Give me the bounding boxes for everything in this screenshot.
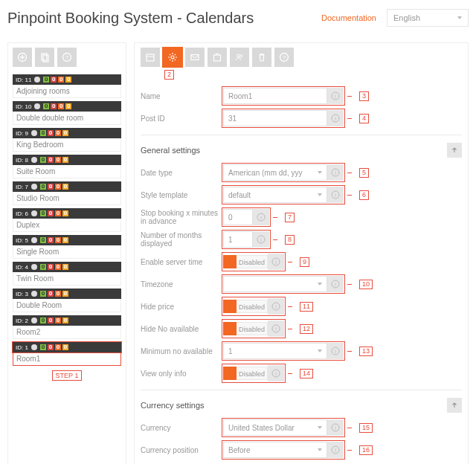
annotation-6: 6: [359, 190, 369, 200]
svg-text:i: i: [335, 170, 336, 175]
svg-rect-1: [42, 54, 47, 60]
copy-calendar-button[interactable]: [35, 48, 54, 67]
info-icon[interactable]: i: [327, 442, 344, 458]
svg-rect-7: [191, 55, 199, 60]
annotation-14: 14: [300, 369, 313, 378]
delete-tab-button[interactable]: [252, 48, 271, 67]
annotation-10: 10: [359, 280, 373, 289]
annotation-3: 3: [359, 91, 369, 101]
annotation-9: 9: [300, 257, 309, 267]
calendar-tab-button[interactable]: [141, 48, 160, 67]
users-tab-button[interactable]: [230, 48, 249, 67]
calendar-list-item[interactable]: ID: 20000Room2: [13, 315, 121, 339]
info-icon[interactable]: i: [327, 343, 344, 359]
calendar-list-item[interactable]: ID: 90000King Bedroom: [13, 128, 121, 152]
stopbooking-label: Stop booking x minutes in advance: [141, 209, 222, 225]
info-icon[interactable]: i: [327, 88, 344, 104]
calendar-list-item[interactable]: ID: 40000Twin Room: [13, 262, 121, 286]
stopbooking-input[interactable]: 0: [223, 209, 253, 225]
timezone-select[interactable]: [223, 276, 327, 292]
minnoavail-label: Minimum no available: [141, 347, 222, 355]
info-icon[interactable]: i: [268, 298, 284, 315]
calendar-list-item[interactable]: ID: 30000Double Room: [13, 289, 121, 312]
svg-text:i: i: [335, 282, 336, 287]
add-calendar-button[interactable]: [13, 48, 32, 67]
styletpl-select[interactable]: default: [223, 187, 327, 203]
datetype-select[interactable]: American (mm dd, yyy: [223, 164, 327, 181]
annotation-5: 5: [359, 168, 369, 178]
svg-text:?: ?: [65, 54, 69, 61]
collapse-button[interactable]: [447, 143, 462, 158]
svg-text:?: ?: [283, 54, 286, 61]
info-icon[interactable]: i: [327, 164, 344, 181]
calendar-list-item[interactable]: ID: 100000Double double room: [13, 101, 121, 125]
archive-tab-button[interactable]: [208, 48, 227, 67]
postid-label: Post ID: [141, 115, 222, 123]
page-title: Pinpoint Booking System - Calendars: [7, 10, 254, 27]
styletpl-label: Style template: [141, 191, 222, 199]
svg-text:i: i: [335, 425, 336, 431]
svg-rect-8: [214, 55, 221, 61]
currencypos-select[interactable]: Before: [223, 442, 327, 458]
info-icon[interactable]: i: [253, 209, 269, 225]
timezone-label: Timezone: [141, 280, 222, 289]
servertime-toggle[interactable]: Disabled: [223, 254, 268, 269]
name-input[interactable]: Room1: [223, 88, 327, 104]
svg-text:i: i: [335, 349, 336, 354]
info-icon[interactable]: i: [327, 187, 344, 203]
annotation-16: 16: [359, 445, 373, 455]
annotation-13: 13: [359, 347, 373, 356]
svg-text:i: i: [275, 371, 277, 376]
svg-text:i: i: [275, 304, 277, 309]
info-icon[interactable]: i: [268, 365, 284, 381]
svg-rect-2: [43, 55, 48, 62]
step-annotation: STEP 1: [52, 370, 83, 381]
datetype-label: Date type: [141, 169, 222, 177]
calendar-list-item[interactable]: ID: 10000Room1: [13, 342, 121, 366]
info-icon[interactable]: i: [327, 419, 344, 436]
calendar-list-panel: ? ID: 110000Adjoining roomsID: 100000Dou…: [7, 42, 126, 464]
svg-text:i: i: [335, 448, 336, 453]
help-button[interactable]: ?: [57, 48, 77, 67]
annotation-8: 8: [285, 235, 295, 245]
hidenoavail-label: Hide No available: [141, 325, 222, 333]
info-icon[interactable]: i: [327, 110, 344, 126]
postid-input[interactable]: 31: [223, 110, 327, 126]
months-label: Number of months displayed: [141, 231, 222, 248]
currency-label: Currency: [141, 424, 222, 432]
annotation-4: 4: [359, 114, 369, 123]
viewonly-label: View only info: [141, 370, 222, 378]
annotation-15: 15: [359, 423, 373, 433]
calendar-list-item[interactable]: ID: 70000Studio Room: [13, 181, 121, 205]
info-icon[interactable]: i: [268, 320, 284, 337]
currency-select[interactable]: United States Dollar: [223, 419, 327, 436]
annotation-7: 7: [285, 213, 295, 222]
chevron-down-icon: [457, 16, 462, 19]
documentation-link[interactable]: Documentation: [321, 13, 376, 22]
settings-tab-button[interactable]: [163, 48, 182, 67]
svg-text:i: i: [335, 116, 336, 121]
calendar-list-item[interactable]: ID: 110000Adjoining rooms: [13, 74, 121, 98]
svg-rect-5: [147, 54, 154, 61]
calendar-list-item[interactable]: ID: 80000Suite Room: [13, 155, 121, 178]
info-icon[interactable]: i: [327, 276, 344, 292]
calendar-list-item[interactable]: ID: 60000Duplex: [13, 208, 121, 232]
name-label: Name: [141, 92, 222, 100]
svg-text:i: i: [275, 326, 277, 332]
hideprice-toggle[interactable]: Disabled: [223, 299, 268, 314]
months-input[interactable]: 1: [223, 231, 253, 248]
help-tab-button[interactable]: ?: [274, 48, 294, 67]
collapse-button[interactable]: [447, 398, 462, 413]
calendar-list-item[interactable]: ID: 50000Single Room: [13, 235, 121, 259]
language-value: English: [393, 13, 420, 22]
info-icon[interactable]: i: [268, 254, 284, 270]
viewonly-toggle[interactable]: Disabled: [223, 366, 268, 381]
servertime-label: Enable server time: [141, 258, 222, 266]
annotation-12: 12: [300, 324, 313, 334]
hideprice-label: Hide price: [141, 303, 222, 311]
email-tab-button[interactable]: [185, 48, 205, 67]
language-select[interactable]: English: [387, 9, 469, 27]
hidenoavail-toggle[interactable]: Disabled: [223, 321, 268, 336]
info-icon[interactable]: i: [253, 231, 269, 248]
minnoavail-select[interactable]: 1: [223, 343, 327, 359]
